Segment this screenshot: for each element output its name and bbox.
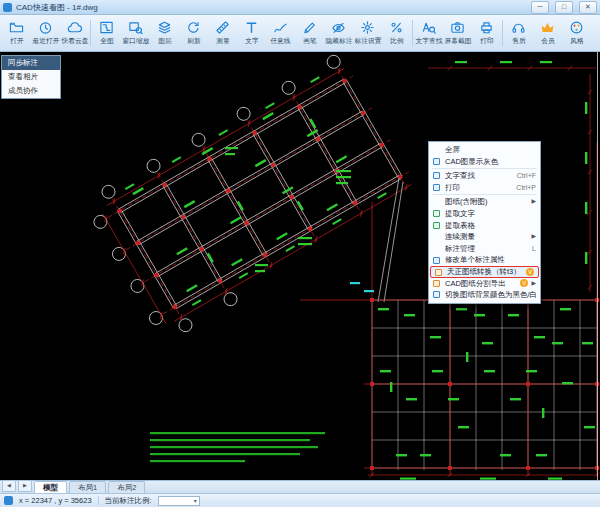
menu-separator [432, 168, 537, 169]
toolbar-layers[interactable]: 图层 [150, 16, 179, 50]
quick-annotation-menu: 同步标注 查看相片 成员协作 [1, 55, 61, 99]
ratio-icon [389, 20, 404, 35]
menu-item-find-text[interactable]: 文字查找 Ctrl+F [429, 170, 540, 182]
tab-model[interactable]: 模型 [34, 481, 67, 493]
search-icon [433, 172, 440, 179]
menu-item-extract-text[interactable]: 提取文字 [429, 208, 540, 220]
toolbar-scale[interactable]: 比例 [382, 16, 411, 50]
tianzheng-convert-icon [435, 269, 442, 276]
scale-label: 当前标注比例: [105, 496, 152, 506]
tab-layout1[interactable]: 布局1 [69, 481, 106, 493]
brush-icon [302, 20, 317, 35]
menu-item-annotation-manager[interactable]: 标注管理 L [429, 243, 540, 255]
toolbar-separator [502, 20, 503, 46]
submenu-arrow-icon: ▶ [531, 278, 536, 290]
menu-item-print[interactable]: 打印 Ctrl+P [429, 182, 540, 194]
menu-item-tianzheng-convert[interactable]: 天正图纸转换（转t3） V [430, 266, 539, 278]
maximize-button[interactable]: □ [555, 1, 573, 14]
extract-table-icon [433, 222, 440, 229]
chevron-down-icon: ▾ [194, 497, 197, 504]
toolbar-refresh[interactable]: 刷新 [179, 16, 208, 50]
toolbar-print[interactable]: 打印 [472, 16, 501, 50]
toolbar-style[interactable]: 风格 [562, 16, 591, 50]
toolbar-hide-annotation[interactable]: 隐藏标注 [324, 16, 353, 50]
toolbar-vip[interactable]: 会员 [533, 16, 562, 50]
app-icon [3, 3, 12, 12]
menu-item-continuous-measure[interactable]: 连续测量 ▶ [429, 231, 540, 243]
layers-icon [157, 20, 172, 35]
context-menu: 全屏 CAD图显示灰色 文字查找 Ctrl+F 打印 Ctrl+P 图纸(含附图… [428, 141, 541, 304]
menu-item-member-collab[interactable]: 成员协作 [2, 84, 60, 98]
vip-badge-icon: V [520, 279, 528, 287]
shortcut-label: Ctrl+P [516, 182, 536, 194]
window-title: CAD快速看图 - 1#.dwg [16, 2, 525, 13]
free-line-icon [273, 20, 288, 35]
layout-tab-bar: ◀ ▶ 模型 布局1 布局2 [0, 480, 600, 493]
open-folder-icon [9, 20, 24, 35]
toolbar-window-zoom[interactable]: 窗口缩放 [121, 16, 150, 50]
toolbar-cloud[interactable]: 快看云盘 [60, 16, 89, 50]
toolbar-separator [90, 20, 91, 46]
close-button[interactable]: ✕ [579, 1, 597, 14]
toolbar-open[interactable]: 打开 [2, 16, 31, 50]
tab-nav-next-button[interactable]: ▶ [18, 480, 32, 492]
window-zoom-icon [128, 20, 143, 35]
tab-nav-prev-button[interactable]: ◀ [2, 480, 16, 492]
toolbar-screenshot[interactable]: 屏幕截图 [443, 16, 472, 50]
toolbar-brush[interactable]: 画笔 [295, 16, 324, 50]
minimize-button[interactable]: ─ [531, 1, 549, 14]
headset-icon [511, 20, 526, 35]
menu-item-grayscale[interactable]: CAD图显示灰色 [429, 156, 540, 168]
main-toolbar: 打开 最近打开 快看云盘 全图 窗口缩放 图层 刷新 测量 [0, 15, 600, 52]
vip-badge-icon: V [526, 268, 534, 276]
text-icon [244, 20, 259, 35]
text-search-icon [421, 20, 436, 35]
eye-off-icon [331, 20, 346, 35]
menu-separator [432, 194, 537, 195]
extract-text-icon [433, 210, 440, 217]
toolbar-find-text[interactable]: 文字查找 [414, 16, 443, 50]
menu-item-sync-annotation[interactable]: 同步标注 [2, 56, 60, 70]
app-window: CAD快速看图 - 1#.dwg ─ □ ✕ 打开 最近打开 快看云盘 全图 窗… [0, 0, 600, 507]
menu-item-toggle-background[interactable]: 切换图纸背景颜色为黑色/白色 [429, 289, 540, 301]
toolbar-service[interactable]: 售后 [504, 16, 533, 50]
cursor-coordinates: x = 22347 , y = 35623 [19, 496, 92, 505]
submenu-arrow-icon: ▶ [531, 196, 536, 208]
status-icon [4, 496, 13, 505]
submenu-arrow-icon: ▶ [531, 231, 536, 243]
camera-icon [450, 20, 465, 35]
toolbar-recent[interactable]: 最近打开 [31, 16, 60, 50]
toolbar-separator [412, 20, 413, 46]
vip-crown-icon [540, 20, 555, 35]
shortcut-label: Ctrl+F [517, 170, 536, 182]
gear-icon [360, 20, 375, 35]
shortcut-label: L [532, 243, 536, 255]
menu-item-fullscreen[interactable]: 全屏 [429, 144, 540, 156]
cloud-icon [67, 20, 82, 35]
clock-icon [38, 20, 53, 35]
menu-item-sheets[interactable]: 图纸(含附图) ▶ [429, 196, 540, 208]
print-icon [433, 184, 440, 191]
palette-icon [569, 20, 584, 35]
ruler-icon [215, 20, 230, 35]
toolbar-text[interactable]: 文字 [237, 16, 266, 50]
toolbar-measure[interactable]: 测量 [208, 16, 237, 50]
status-bar: x = 22347 , y = 35623 当前标注比例: ▾ [0, 493, 600, 507]
full-view-icon [99, 20, 114, 35]
toggle-background-icon [433, 291, 440, 298]
split-export-icon [433, 280, 440, 287]
menu-item-split-export[interactable]: CAD图纸分割导出 V ▶ [429, 278, 540, 290]
edit-annotation-icon [433, 257, 440, 264]
toolbar-annotation-settings[interactable]: 标注设置 [353, 16, 382, 50]
toolbar-fit-view[interactable]: 全图 [92, 16, 121, 50]
menu-item-extract-table[interactable]: 提取表格 [429, 220, 540, 232]
menu-item-view-photo[interactable]: 查看相片 [2, 70, 60, 84]
refresh-icon [186, 20, 201, 35]
scale-select[interactable]: ▾ [158, 496, 200, 506]
menu-item-edit-annotation[interactable]: 修改单个标注属性 [429, 254, 540, 266]
tab-layout2[interactable]: 布局2 [108, 481, 145, 493]
grayscale-icon [433, 158, 440, 165]
title-bar: CAD快速看图 - 1#.dwg ─ □ ✕ [0, 0, 600, 15]
toolbar-freeline[interactable]: 任意线 [266, 16, 295, 50]
printer-icon [479, 20, 494, 35]
